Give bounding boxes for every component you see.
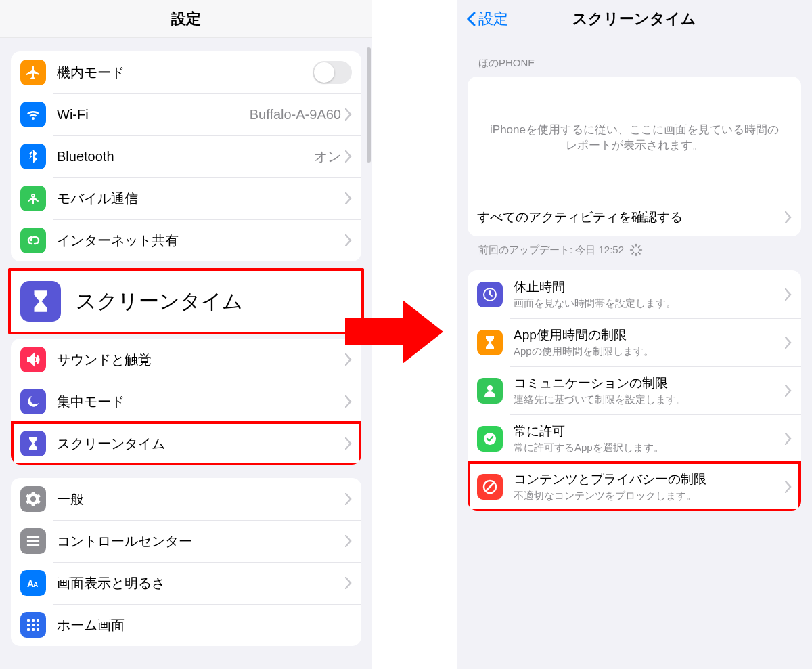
svg-text:A: A (33, 581, 38, 588)
svg-point-1 (30, 540, 32, 542)
row-label: スクリーンタイム (76, 288, 352, 316)
row-home-screen[interactable]: ホーム画面 (11, 604, 361, 646)
device-header: ほのPHONE (478, 57, 790, 70)
row-screentime-small[interactable]: スクリーンタイム (11, 423, 361, 465)
chevron-right-icon (345, 108, 352, 121)
svg-line-16 (632, 246, 633, 247)
chevron-right-icon (345, 493, 352, 505)
row-screentime-big[interactable]: スクリーンタイム (11, 271, 361, 332)
chevron-right-icon (345, 192, 352, 204)
row-label: 一般 (57, 490, 345, 509)
row-bluetooth[interactable]: Bluetooth オン (11, 135, 361, 177)
chevron-right-icon (785, 481, 792, 493)
airplane-switch[interactable] (313, 61, 352, 84)
chevron-left-icon (466, 12, 476, 26)
row-communication-limits[interactable]: コミュニケーションの制限 連絡先に基づいて制限を設定します。 (468, 366, 801, 414)
settings-group-1: 機内モード Wi-Fi Buffalo-A-9A60 Bluetooth オン … (11, 51, 361, 261)
report-text: iPhoneを使用するに従い、ここに画面を見ている時間のレポートが表示されます。 (487, 122, 782, 153)
page-title: スクリーンタイム (572, 9, 696, 29)
row-hotspot[interactable]: インターネット共有 (11, 219, 361, 261)
row-value: Buffalo-A-9A60 (250, 107, 341, 123)
svg-line-17 (639, 253, 640, 254)
row-wifi[interactable]: Wi-Fi Buffalo-A-9A60 (11, 93, 361, 135)
row-sounds[interactable]: サウンドと触覚 (11, 339, 361, 381)
row-label: Bluetooth (57, 149, 314, 165)
chevron-right-icon (785, 337, 792, 349)
row-label: Wi-Fi (57, 107, 250, 123)
hourglass-icon (20, 431, 46, 456)
row-label: コミュニケーションの制限 (514, 374, 785, 392)
row-label: スクリーンタイム (57, 435, 345, 453)
hourglass-icon (20, 281, 61, 322)
row-label: コントロールセンター (57, 532, 345, 551)
chevron-right-icon (345, 234, 352, 246)
highlight-screentime-big: スクリーンタイム (8, 268, 364, 334)
row-downtime[interactable]: 休止時間 画面を見ない時間帯を設定します。 (468, 270, 801, 318)
row-label: サウンドと触覚 (57, 351, 345, 369)
row-always-allowed[interactable]: 常に許可 常に許可するAppを選択します。 (468, 414, 801, 462)
grid-icon (20, 612, 46, 638)
svg-rect-5 (27, 619, 30, 622)
row-sub: Appの使用時間を制限します。 (514, 345, 785, 358)
row-display[interactable]: AA 画面表示と明るさ (11, 562, 361, 604)
settings-screen: 設定 機内モード Wi-Fi Buffalo-A-9A60 Bluetooth … (0, 0, 372, 669)
chevron-right-icon (345, 577, 352, 589)
svg-rect-9 (32, 624, 35, 626)
report-placeholder: iPhoneを使用するに従い、ここに画面を見ている時間のレポートが表示されます。 (468, 77, 801, 198)
chevron-right-icon (345, 395, 352, 408)
row-sub: 常に許可するAppを選択します。 (514, 441, 785, 454)
scrollbar[interactable] (367, 47, 371, 163)
row-label: 休止時間 (514, 278, 785, 296)
row-app-limits[interactable]: App使用時間の制限 Appの使用時間を制限します。 (468, 318, 801, 366)
svg-rect-11 (27, 628, 30, 631)
sliders-icon (20, 528, 46, 554)
antenna-icon (20, 186, 46, 211)
row-content-privacy[interactable]: コンテンツとプライバシーの制限 不適切なコンテンツをブロックします。 (468, 462, 801, 511)
svg-line-26 (486, 483, 494, 491)
row-all-activity[interactable]: すべてのアクティビティを確認する (468, 198, 801, 236)
checkmark-icon (477, 426, 503, 452)
row-sub: 不適切なコンテンツをブロックします。 (514, 490, 785, 502)
svg-rect-6 (32, 619, 35, 622)
svg-rect-10 (37, 624, 39, 626)
spinner-icon (629, 243, 643, 257)
no-entry-icon (477, 474, 503, 500)
wifi-icon (20, 102, 46, 127)
row-general[interactable]: 一般 (11, 478, 361, 520)
svg-point-0 (34, 536, 37, 538)
moon-icon (20, 389, 46, 414)
instruction-arrow-icon (342, 291, 447, 372)
svg-line-20 (632, 253, 633, 254)
nav-bar: 設定 スクリーンタイム (457, 0, 812, 38)
person-icon (477, 378, 503, 404)
settings-group-2: サウンドと触覚 集中モード スクリーンタイム (11, 339, 361, 465)
back-label: 設定 (478, 9, 508, 29)
row-label: コンテンツとプライバシーの制限 (514, 471, 785, 488)
svg-rect-8 (27, 624, 30, 626)
chevron-right-icon (345, 150, 352, 163)
row-sub: 画面を見ない時間帯を設定します。 (514, 297, 785, 310)
svg-point-2 (35, 544, 38, 546)
back-button[interactable]: 設定 (466, 9, 508, 29)
last-update: 前回のアップデート: 今日 12:52 (478, 243, 790, 257)
row-sub: 連絡先に基づいて制限を設定します。 (514, 393, 785, 406)
clock-icon (477, 282, 503, 307)
screentime-screen: 設定 スクリーンタイム ほのPHONE iPhoneを使用するに従い、ここに画面… (457, 0, 812, 669)
airplane-icon (20, 60, 46, 85)
row-focus[interactable]: 集中モード (11, 381, 361, 423)
svg-rect-12 (32, 628, 35, 631)
svg-line-21 (639, 246, 640, 247)
chevron-right-icon (345, 437, 352, 450)
row-control-center[interactable]: コントロールセンター (11, 520, 361, 562)
row-label: 常に許可 (514, 423, 785, 440)
chevron-right-icon (345, 535, 352, 547)
row-cellular[interactable]: モバイル通信 (11, 177, 361, 219)
row-airplane[interactable]: 機内モード (11, 51, 361, 93)
row-label: すべてのアクティビティを確認する (477, 209, 785, 226)
row-label: インターネット共有 (57, 232, 345, 250)
row-label: 機内モード (57, 64, 313, 82)
chevron-right-icon (785, 433, 792, 445)
bluetooth-icon (20, 144, 46, 169)
last-update-text: 前回のアップデート: 今日 12:52 (478, 244, 624, 257)
row-label: モバイル通信 (57, 190, 345, 208)
